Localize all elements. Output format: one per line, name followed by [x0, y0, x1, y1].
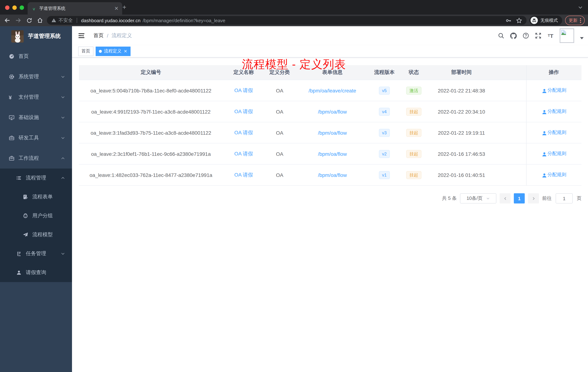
definition-table: 定义编号 定义名称 定义分类 表单信息 流程版本 状态 部署时间 操作 oa_l… — [79, 65, 581, 186]
github-icon[interactable] — [510, 33, 517, 39]
assign-rule-link[interactable]: 分配规则 — [541, 108, 566, 115]
form-info-link[interactable]: /bpm/oa/flow — [318, 151, 347, 157]
cell-definition-category: OA — [264, 172, 295, 178]
assign-rule-link[interactable]: 分配规则 — [541, 129, 566, 136]
font-size-icon[interactable]: TT — [547, 33, 554, 39]
url-field[interactable]: 不安全 dashboard.yudao.iocoder.cn/bpm/manag… — [47, 16, 526, 25]
definition-name-link[interactable]: OA 请假 — [234, 129, 253, 135]
sidebar-item-基础设施[interactable]: 基础设施 — [0, 107, 72, 128]
sidebar-item-用户分组[interactable]: 用户分组 — [0, 206, 72, 225]
sidebar-item-流程表单[interactable]: 流程表单 — [0, 187, 72, 206]
sidebar-logo-row[interactable]: 芋道管理系统 — [0, 26, 72, 46]
minimize-window-button[interactable] — [12, 5, 17, 10]
page-size-select[interactable]: 10条/页 — [460, 193, 496, 203]
sidebar-item-研发工具[interactable]: 研发工具 — [0, 128, 72, 148]
tab-close-icon[interactable]: ✕ — [114, 6, 118, 11]
tag-home[interactable]: 首页 — [78, 46, 94, 56]
app-logo-rabbit-image — [11, 30, 24, 42]
form-info-link[interactable]: /bpm/oa/flow — [318, 109, 347, 114]
cell-process-version: v1 — [370, 171, 399, 179]
sidebar-item-任务管理[interactable]: 任务管理 — [0, 244, 72, 263]
version-badge: v1 — [379, 171, 390, 179]
cell-process-version: v4 — [370, 108, 399, 116]
chevron-up-icon — [61, 176, 65, 180]
definition-name-link[interactable]: OA 请假 — [234, 108, 253, 114]
sidebar-item-流程管理[interactable]: 流程管理 — [0, 169, 72, 187]
bookmark-star-icon[interactable] — [516, 17, 522, 23]
assign-rule-link[interactable]: 分配规则 — [541, 87, 566, 94]
form-info-link[interactable]: /bpm/oa/leave/create — [309, 88, 356, 93]
pagination: 共 5 条 10条/页 1 前往 1 页 — [72, 193, 581, 203]
browser-tab[interactable]: 芋道管理系统 ✕ — [28, 2, 122, 15]
help-question-icon[interactable] — [523, 33, 529, 39]
col-process-version: 流程版本 — [370, 69, 399, 76]
tab-search-chevron-icon[interactable] — [578, 5, 583, 10]
sidebar-item-label: 研发工具 — [19, 135, 39, 141]
fullscreen-icon[interactable] — [535, 33, 541, 39]
definition-name-link[interactable]: OA 请假 — [234, 151, 253, 156]
browser-menu-kebab-icon[interactable] — [580, 18, 581, 23]
sidebar-item-支付管理[interactable]: ¥支付管理 — [0, 87, 72, 107]
assign-rule-label: 分配规则 — [547, 108, 566, 115]
tag-close-icon[interactable]: ✕ — [124, 49, 127, 53]
sidebar-menu: 首页系统管理¥支付管理基础设施研发工具工作流程 — [0, 46, 72, 169]
search-icon[interactable] — [498, 33, 504, 39]
table-row: oa_leave:4:991f2193-7b7f-11ec-a3c8-acde4… — [79, 101, 581, 122]
next-page-button chevron-right-icon[interactable] — [528, 193, 539, 203]
close-window-button[interactable] — [5, 5, 10, 10]
current-page-button[interactable]: 1 — [514, 193, 525, 203]
reload-icon[interactable] — [25, 16, 33, 24]
user-icon — [541, 88, 546, 93]
gear-icon — [9, 74, 15, 80]
tab-favicon plant-icon — [31, 6, 36, 11]
update-label[interactable]: 更新 — [569, 17, 578, 23]
zoom-window-button[interactable] — [20, 5, 24, 10]
sidebar-item-首页[interactable]: 首页 — [0, 46, 72, 67]
forward-icon[interactable] — [14, 16, 22, 24]
chevron-down-icon — [61, 95, 65, 99]
cell-status: 激活 — [399, 87, 429, 94]
status-badge: 挂起 — [406, 129, 421, 137]
tree-icon — [16, 251, 22, 257]
sidebar-item-系统管理[interactable]: 系统管理 — [0, 67, 72, 87]
assign-rule-link[interactable]: 分配规则 — [541, 151, 566, 157]
paper-plane-icon — [22, 232, 28, 238]
security-label[interactable]: 不安全 — [59, 17, 73, 24]
new-tab-button plus-icon[interactable]: + — [120, 3, 129, 12]
browser-update-button[interactable]: 更新 — [565, 16, 585, 25]
back-icon[interactable] — [3, 16, 11, 24]
version-badge: v5 — [379, 87, 390, 94]
cell-deploy-time: 2022-01-22 20:34:10 — [429, 109, 494, 114]
toolbox-icon — [9, 135, 15, 141]
sidebar-item-请假查询[interactable]: 请假查询 — [0, 263, 72, 282]
assign-rule-link[interactable]: 分配规则 — [541, 172, 566, 178]
tag-process-definition[interactable]: 流程定义 ✕ — [96, 46, 131, 56]
definition-name-link[interactable]: OA 请假 — [234, 172, 253, 177]
goto-page-input[interactable]: 1 — [556, 193, 573, 203]
cell-process-version: v5 — [370, 87, 399, 94]
breadcrumb-home[interactable]: 首页 — [94, 33, 104, 39]
prev-page-button chevron-left-icon[interactable] — [500, 193, 511, 203]
sidebar-item-工作流程[interactable]: 工作流程 — [0, 148, 72, 169]
form-info-link[interactable]: /bpm/oa/flow — [318, 172, 347, 178]
assign-rule-label: 分配规则 — [547, 129, 566, 136]
avatar[interactable] — [560, 28, 574, 43]
security-warning-icon[interactable] — [51, 18, 56, 23]
col-definition-name: 定义名称 — [223, 69, 264, 76]
broken-image-icon — [561, 30, 567, 35]
sidebar-item-流程模型[interactable]: 流程模型 — [0, 225, 72, 244]
avatar-caret-down-icon[interactable] — [580, 37, 584, 39]
cell-definition-name: OA 请假 — [223, 87, 264, 94]
incognito-badge: 无痕模式 — [529, 16, 562, 25]
home-icon[interactable] — [36, 16, 44, 24]
user-icon — [541, 173, 546, 177]
cell-actions: 分配规则 — [526, 108, 581, 115]
sidebar-item-label: 流程表单 — [32, 194, 53, 200]
form-info-link[interactable]: /bpm/oa/flow — [318, 130, 347, 136]
password-key-icon[interactable] — [505, 17, 512, 23]
window-controls — [5, 5, 24, 10]
sidebar-fold-icon[interactable] — [78, 32, 85, 39]
definition-name-link[interactable]: OA 请假 — [234, 87, 253, 93]
col-status: 状态 — [399, 69, 429, 76]
cell-form-info: /bpm/oa/flow — [295, 172, 370, 178]
